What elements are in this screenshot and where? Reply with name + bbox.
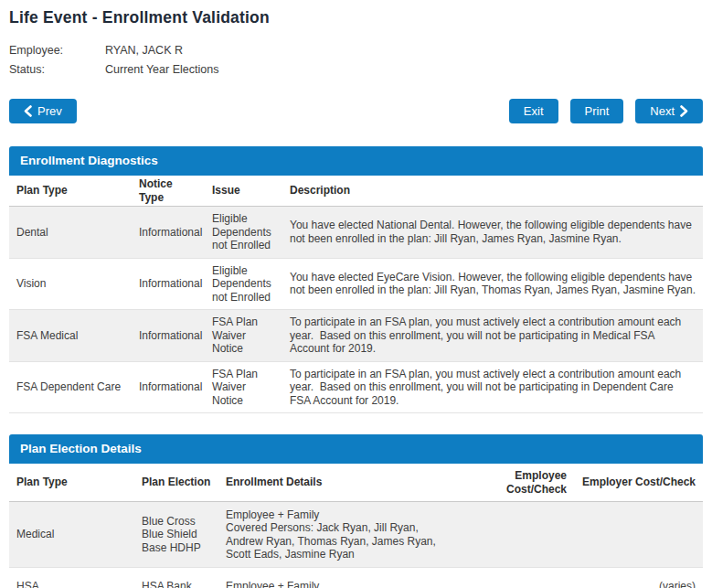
table-row: Dental Informational Eligible Dependents… bbox=[9, 207, 703, 259]
enrollment-details-cell: Employee + Family Covered Persons: Jack … bbox=[218, 503, 458, 567]
diagnostics-column-headers: Plan Type Notice Type Issue Description bbox=[9, 176, 703, 207]
plan-election-cell: Blue Cross Blue Shield Base HDHP bbox=[134, 509, 218, 561]
enrollment-details-cell: Employee + Family bbox=[218, 574, 458, 588]
print-button-label: Print bbox=[585, 104, 610, 118]
col-plan-type: Plan Type bbox=[9, 476, 134, 489]
col-description: Description bbox=[282, 184, 703, 198]
elections-column-headers: Plan Type Plan Election Enrollment Detai… bbox=[9, 464, 703, 502]
employer-cost-cell bbox=[574, 529, 703, 540]
issue-cell: Eligible Dependents not Enrolled bbox=[205, 207, 282, 258]
enrollment-diagnostics-header: Enrollment Diagnostics bbox=[9, 146, 703, 176]
col-plan-type: Plan Type bbox=[9, 184, 132, 198]
coverage-text: Employee + Family bbox=[226, 508, 451, 522]
description-cell: You have elected EyeCare Vision. However… bbox=[282, 265, 703, 303]
status-label: Status: bbox=[9, 60, 105, 80]
issue-cell: Eligible Dependents not Enrolled bbox=[205, 259, 282, 310]
plan-election-details-header: Plan Election Details bbox=[9, 434, 703, 464]
plan-type-cell: Medical bbox=[9, 522, 134, 547]
status-row: Status: Current Year Elections bbox=[9, 60, 703, 80]
notice-type-cell: Informational bbox=[132, 375, 205, 400]
exit-button[interactable]: Exit bbox=[509, 99, 558, 123]
col-plan-election: Plan Election bbox=[134, 476, 218, 489]
status-value: Current Year Elections bbox=[105, 60, 218, 80]
table-row: Medical Blue Cross Blue Shield Base HDHP… bbox=[9, 502, 703, 568]
employee-info-block: Employee: RYAN, JACK R Status: Current Y… bbox=[9, 41, 703, 80]
description-cell: You have elected National Dental. Howeve… bbox=[282, 213, 703, 251]
notice-type-cell: Informational bbox=[132, 272, 205, 296]
next-button[interactable]: Next bbox=[635, 99, 703, 123]
col-employer-cost: Employer Cost/Check bbox=[574, 476, 703, 489]
col-employee-cost: Employee Cost/Check bbox=[458, 469, 574, 496]
employee-cost-cell bbox=[458, 582, 574, 588]
col-issue: Issue bbox=[205, 184, 282, 198]
plan-election-details-section: Plan Election Details Plan Type Plan Ele… bbox=[9, 434, 703, 588]
issue-cell: FSA Plan Waiver Notice bbox=[205, 310, 282, 361]
exit-button-label: Exit bbox=[524, 104, 544, 118]
notice-type-cell: Informational bbox=[132, 220, 205, 245]
employee-label: Employee: bbox=[9, 41, 105, 60]
plan-election-cell: HSA Bank bbox=[134, 574, 218, 588]
print-button[interactable]: Print bbox=[570, 99, 624, 123]
plan-type-cell: FSA Medical bbox=[9, 324, 132, 348]
description-cell: To participate in an FSA plan, you must … bbox=[282, 362, 703, 413]
chevron-right-icon bbox=[680, 105, 688, 117]
table-row: Vision Informational Eligible Dependents… bbox=[9, 259, 703, 311]
employee-value: RYAN, JACK R bbox=[105, 41, 183, 60]
plan-type-cell: Dental bbox=[9, 220, 132, 245]
description-cell: To participate in an FSA plan, you must … bbox=[282, 310, 703, 361]
prev-button-label: Prev bbox=[37, 104, 62, 118]
col-notice-type: Notice Type bbox=[132, 177, 205, 204]
employee-cost-cell bbox=[458, 529, 574, 540]
plan-type-cell: FSA Dependent Care bbox=[9, 375, 132, 400]
next-button-label: Next bbox=[650, 104, 675, 118]
plan-type-cell: HSA bbox=[9, 574, 134, 588]
plan-type-cell: Vision bbox=[9, 272, 132, 296]
col-enrollment-details: Enrollment Details bbox=[218, 476, 458, 489]
coverage-text: Employee + Family bbox=[226, 580, 451, 588]
table-row: HSA HSA Bank Employee + Family (varies) bbox=[9, 568, 703, 588]
nav-button-row: Prev Exit Print Next bbox=[9, 99, 703, 123]
covered-persons-text: Covered Persons: Jack Ryan, Jill Ryan, A… bbox=[226, 521, 451, 561]
chevron-left-icon bbox=[24, 105, 32, 117]
notice-type-cell: Informational bbox=[132, 324, 205, 348]
employee-row: Employee: RYAN, JACK R bbox=[9, 41, 703, 60]
issue-cell: FSA Plan Waiver Notice bbox=[205, 362, 282, 413]
prev-button[interactable]: Prev bbox=[9, 99, 77, 123]
page-title: Life Event - Enrollment Validation bbox=[9, 8, 703, 27]
enrollment-diagnostics-section: Enrollment Diagnostics Plan Type Notice … bbox=[9, 146, 703, 413]
employer-cost-cell: (varies) bbox=[574, 574, 703, 588]
table-row: FSA Medical Informational FSA Plan Waive… bbox=[9, 310, 703, 362]
table-row: FSA Dependent Care Informational FSA Pla… bbox=[9, 362, 703, 414]
